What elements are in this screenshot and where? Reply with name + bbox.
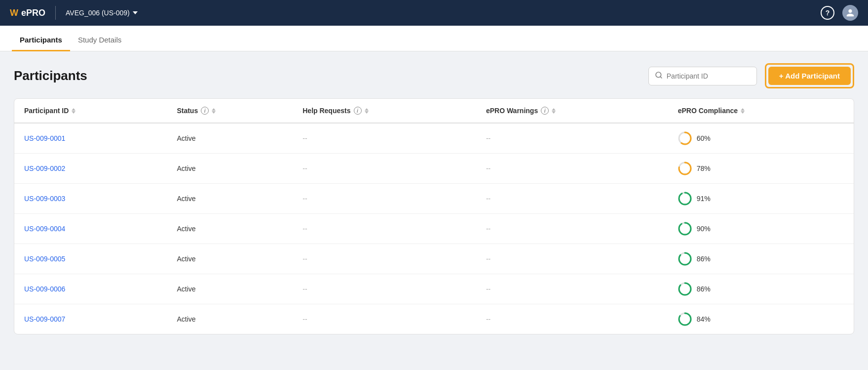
col-epro-compliance[interactable]: ePRO Compliance: [668, 99, 854, 123]
cell-participant-id: US-009-0005: [14, 244, 167, 274]
cell-help-requests: --: [293, 184, 476, 214]
cell-status: Active: [167, 154, 293, 184]
cell-epro-compliance: 60%: [668, 123, 854, 154]
add-participant-button-wrapper: + Add Participant: [765, 63, 854, 88]
cell-participant-id: US-009-0006: [14, 274, 167, 304]
participant-link[interactable]: US-009-0004: [24, 225, 65, 233]
sort-epro-compliance-icon: [741, 108, 745, 114]
table-row: US-009-0006 Active -- -- 86%: [14, 274, 854, 304]
cell-epro-compliance: 84%: [668, 304, 854, 334]
nav-divider: [55, 6, 56, 20]
compliance-value: 84%: [697, 315, 711, 323]
compliance-circle: [678, 192, 692, 206]
help-requests-info-icon[interactable]: i: [354, 107, 362, 115]
help-icon[interactable]: ?: [821, 6, 834, 20]
header-right: + Add Participant: [648, 63, 854, 88]
compliance-circle: [678, 282, 692, 296]
sort-participant-id-icon: [72, 108, 75, 114]
compliance-value: 60%: [697, 134, 711, 142]
cell-help-requests: --: [293, 274, 476, 304]
participant-link[interactable]: US-009-0006: [24, 285, 65, 293]
page-header: Participants + Add Participant: [14, 63, 854, 88]
participant-link[interactable]: US-009-0005: [24, 255, 65, 263]
study-name: AVEG_006 (US-009): [66, 9, 130, 17]
cell-epro-warnings: --: [476, 154, 668, 184]
user-avatar[interactable]: [842, 5, 858, 21]
cell-help-requests: --: [293, 154, 476, 184]
compliance-circle: [678, 252, 692, 266]
cell-participant-id: US-009-0002: [14, 154, 167, 184]
cell-status: Active: [167, 304, 293, 334]
cell-participant-id: US-009-0007: [14, 304, 167, 334]
cell-epro-warnings: --: [476, 304, 668, 334]
svg-point-11: [679, 253, 691, 265]
cell-epro-warnings: --: [476, 123, 668, 154]
participant-link[interactable]: US-009-0002: [24, 164, 65, 172]
participant-link[interactable]: US-009-0007: [24, 315, 65, 323]
logo-text: ePRO: [21, 8, 45, 18]
cell-status: Active: [167, 244, 293, 274]
cell-status: Active: [167, 274, 293, 304]
nav-right: ?: [821, 5, 858, 21]
compliance-value: 90%: [697, 225, 711, 233]
tab-participants[interactable]: Participants: [12, 29, 70, 51]
compliance-value: 86%: [697, 255, 711, 263]
svg-point-13: [679, 283, 691, 295]
cell-epro-warnings: --: [476, 214, 668, 244]
cell-status: Active: [167, 123, 293, 154]
cell-status: Active: [167, 184, 293, 214]
participants-table-container: Participant ID Status i: [14, 98, 854, 334]
cell-epro-warnings: --: [476, 184, 668, 214]
table-row: US-009-0007 Active -- -- 84%: [14, 304, 854, 334]
cell-participant-id: US-009-0001: [14, 123, 167, 154]
top-nav: W ePRO AVEG_006 (US-009) ?: [0, 0, 868, 26]
add-participant-button[interactable]: + Add Participant: [768, 67, 851, 85]
cell-participant-id: US-009-0003: [14, 184, 167, 214]
logo-icon: W: [10, 8, 18, 18]
cell-help-requests: --: [293, 244, 476, 274]
logo-area: W ePRO: [10, 8, 45, 18]
sort-epro-warnings-icon: [552, 108, 556, 114]
sort-status-icon: [212, 108, 216, 114]
compliance-value: 78%: [697, 164, 711, 172]
study-selector[interactable]: AVEG_006 (US-009): [66, 9, 138, 17]
sort-help-requests-icon: [365, 108, 369, 114]
cell-help-requests: --: [293, 304, 476, 334]
col-participant-id[interactable]: Participant ID: [14, 99, 167, 123]
table-header: Participant ID Status i: [14, 99, 854, 123]
table-row: US-009-0003 Active -- -- 91%: [14, 184, 854, 214]
cell-help-requests: --: [293, 123, 476, 154]
main-content: Participants + Add Participant: [0, 51, 868, 370]
compliance-circle: [678, 222, 692, 236]
compliance-value: 91%: [697, 195, 711, 203]
search-input[interactable]: [667, 72, 751, 80]
cell-epro-compliance: 91%: [668, 184, 854, 214]
svg-point-9: [679, 223, 691, 235]
col-status[interactable]: Status i: [167, 99, 293, 123]
cell-epro-compliance: 86%: [668, 274, 854, 304]
participant-link[interactable]: US-009-0003: [24, 195, 65, 203]
cell-status: Active: [167, 214, 293, 244]
cell-epro-compliance: 90%: [668, 214, 854, 244]
cell-help-requests: --: [293, 214, 476, 244]
cell-epro-warnings: --: [476, 244, 668, 274]
col-help-requests[interactable]: Help Requests i: [293, 99, 476, 123]
svg-point-7: [679, 193, 691, 205]
epro-warnings-info-icon[interactable]: i: [541, 107, 549, 115]
participants-table: Participant ID Status i: [14, 99, 854, 334]
compliance-circle: [678, 162, 692, 175]
col-epro-warnings[interactable]: ePRO Warnings i: [476, 99, 668, 123]
user-icon: [846, 8, 855, 17]
participant-link[interactable]: US-009-0001: [24, 134, 65, 142]
status-info-icon[interactable]: i: [201, 107, 209, 115]
tab-bar: Participants Study Details: [0, 26, 868, 51]
table-row: US-009-0002 Active -- -- 78%: [14, 154, 854, 184]
search-icon: [655, 71, 663, 81]
svg-line-1: [660, 77, 662, 78]
table-row: US-009-0005 Active -- -- 86%: [14, 244, 854, 274]
search-box: [648, 67, 757, 85]
table-row: US-009-0001 Active -- -- 60%: [14, 123, 854, 154]
page-title: Participants: [14, 68, 87, 83]
tab-study-details[interactable]: Study Details: [70, 29, 129, 51]
compliance-value: 86%: [697, 285, 711, 293]
